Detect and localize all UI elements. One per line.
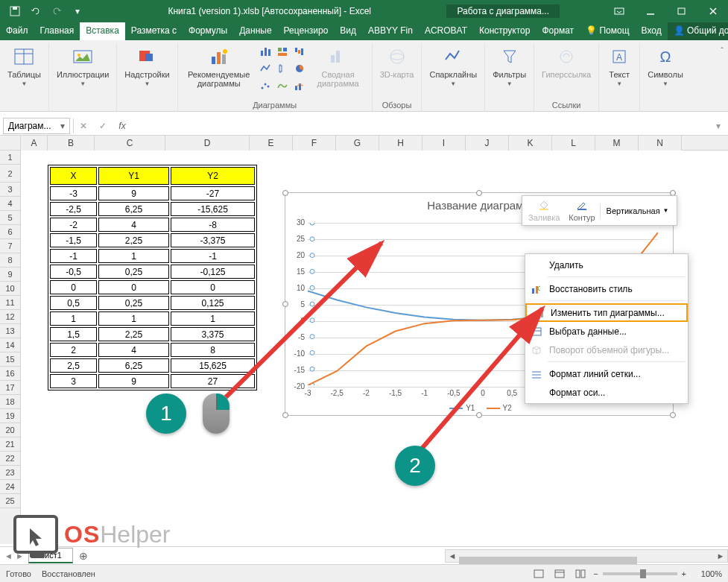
table-cell[interactable]: 2,5: [50, 358, 97, 373]
tab-formulas[interactable]: Формулы: [183, 22, 233, 40]
scroll-left-icon[interactable]: ◄: [446, 551, 459, 560]
zoom-value[interactable]: 100%: [691, 569, 722, 578]
table-cell[interactable]: 3: [50, 374, 97, 388]
row-header[interactable]: 22: [0, 452, 20, 466]
chart-waterfall-icon[interactable]: [291, 43, 308, 60]
row-header[interactable]: 2: [0, 165, 20, 183]
horizontal-scrollbar[interactable]: ◄ ►: [445, 549, 728, 563]
tab-help[interactable]: 💡 Помощ: [580, 22, 635, 40]
outline-button[interactable]: Контур: [564, 197, 599, 224]
tab-abbyy[interactable]: ABBYY Fin: [362, 22, 419, 40]
table-cell[interactable]: -8: [171, 218, 255, 232]
table-cell[interactable]: 0,25: [98, 296, 169, 310]
table-cell[interactable]: 0,25: [98, 265, 169, 279]
table-cell[interactable]: -1,5: [50, 233, 97, 247]
column-header[interactable]: B: [48, 136, 95, 151]
save-icon[interactable]: [6, 2, 24, 20]
chart-line-icon[interactable]: [257, 60, 273, 77]
tab-home[interactable]: Главная: [34, 22, 80, 40]
chart-column-icon[interactable]: [257, 43, 273, 60]
tab-file[interactable]: Файл: [0, 22, 34, 40]
row-header[interactable]: 4: [0, 197, 20, 211]
collapse-ribbon-icon[interactable]: ˆ: [716, 43, 728, 111]
illustrations-button[interactable]: Иллюстрации ▼: [54, 43, 112, 89]
table-cell[interactable]: -15,625: [171, 202, 255, 216]
close-icon[interactable]: [698, 1, 728, 22]
row-header[interactable]: 23: [0, 466, 20, 480]
table-cell[interactable]: -1: [50, 249, 97, 263]
tab-review[interactable]: Рецензиро: [278, 22, 335, 40]
column-header[interactable]: D: [165, 136, 250, 151]
table-cell[interactable]: 9: [98, 374, 169, 388]
row-header[interactable]: 13: [0, 324, 20, 338]
accept-formula-icon[interactable]: ✓: [93, 118, 113, 134]
sheet-prev-icon[interactable]: ◄: [4, 551, 13, 560]
row-header[interactable]: 7: [0, 239, 20, 253]
view-layout-icon[interactable]: [551, 567, 568, 581]
row-header[interactable]: 25: [0, 494, 20, 508]
table-cell[interactable]: 2,25: [98, 327, 169, 341]
zoom-slider[interactable]: [603, 572, 677, 575]
row-header[interactable]: 21: [0, 437, 20, 452]
column-header[interactable]: C: [95, 136, 165, 151]
tables-button[interactable]: Таблицы ▼: [4, 43, 44, 89]
column-header[interactable]: M: [595, 136, 639, 151]
column-header[interactable]: E: [250, 136, 293, 151]
table-cell[interactable]: 9: [98, 186, 169, 200]
chart-scatter-icon[interactable]: [257, 78, 273, 94]
chart-combo-icon[interactable]: [291, 78, 308, 94]
tab-layout[interactable]: Разметка с: [125, 22, 183, 40]
row-header[interactable]: 18: [0, 395, 20, 409]
qat-customize-icon[interactable]: ▾: [69, 2, 86, 20]
3d-map-button[interactable]: 3D-карта: [377, 43, 417, 80]
chart-pie-icon[interactable]: [291, 60, 308, 77]
ctx-reset-style[interactable]: Восстановить стиль: [525, 279, 688, 298]
table-cell[interactable]: 0,5: [50, 296, 97, 310]
axis-type-dropdown[interactable]: Вертикальная ▼: [600, 203, 675, 218]
filters-button[interactable]: Фильтры ▼: [490, 43, 529, 89]
column-header[interactable]: N: [639, 136, 682, 151]
ribbon-options-icon[interactable]: [604, 1, 634, 22]
table-cell[interactable]: -2,5: [50, 202, 97, 216]
name-box[interactable]: Диаграм... ▾: [3, 118, 70, 134]
table-cell[interactable]: 1: [98, 311, 169, 326]
column-header[interactable]: A: [21, 136, 48, 151]
table-cell[interactable]: 6,25: [98, 358, 169, 373]
row-header[interactable]: 14: [0, 338, 20, 352]
column-header[interactable]: I: [422, 136, 466, 151]
maximize-icon[interactable]: [667, 1, 697, 22]
tab-view[interactable]: Вид: [334, 22, 362, 40]
cancel-formula-icon[interactable]: ✕: [74, 118, 93, 134]
zoom-out-icon[interactable]: −: [593, 569, 598, 578]
column-header[interactable]: F: [293, 136, 336, 151]
row-header[interactable]: 20: [0, 423, 20, 437]
formula-input[interactable]: [132, 118, 709, 134]
row-header[interactable]: 17: [0, 381, 20, 395]
chart-statistic-icon[interactable]: [274, 60, 291, 77]
column-header[interactable]: K: [509, 136, 552, 151]
view-normal-icon[interactable]: [531, 567, 547, 581]
row-header[interactable]: 24: [0, 480, 20, 494]
column-header[interactable]: L: [552, 136, 595, 151]
symbols-button[interactable]: Ω Символы ▼: [645, 43, 686, 89]
minimize-icon[interactable]: [636, 1, 665, 22]
table-cell[interactable]: 4: [98, 343, 169, 357]
recommended-charts-button[interactable]: Рекомендуемые диаграммы: [183, 43, 256, 89]
tab-data[interactable]: Данные: [233, 22, 277, 40]
row-header[interactable]: 12: [0, 310, 20, 324]
chevron-down-icon[interactable]: ▾: [60, 121, 65, 131]
table-cell[interactable]: 0: [98, 280, 169, 294]
row-header[interactable]: 9: [0, 268, 20, 282]
row-header[interactable]: 10: [0, 282, 20, 296]
tab-insert[interactable]: Вставка: [80, 22, 125, 40]
table-cell[interactable]: 6,25: [98, 202, 169, 216]
row-header[interactable]: 19: [0, 409, 20, 423]
tab-designer[interactable]: Конструктор: [473, 22, 536, 40]
undo-icon[interactable]: [27, 2, 45, 20]
column-header[interactable]: J: [466, 136, 509, 151]
ctx-delete[interactable]: Удалить: [525, 256, 688, 274]
chart-surface-icon[interactable]: [274, 78, 291, 94]
chart-hierarchy-icon[interactable]: [274, 43, 291, 60]
tab-format[interactable]: Формат: [536, 22, 580, 40]
text-button[interactable]: A Текст ▼: [604, 43, 635, 89]
